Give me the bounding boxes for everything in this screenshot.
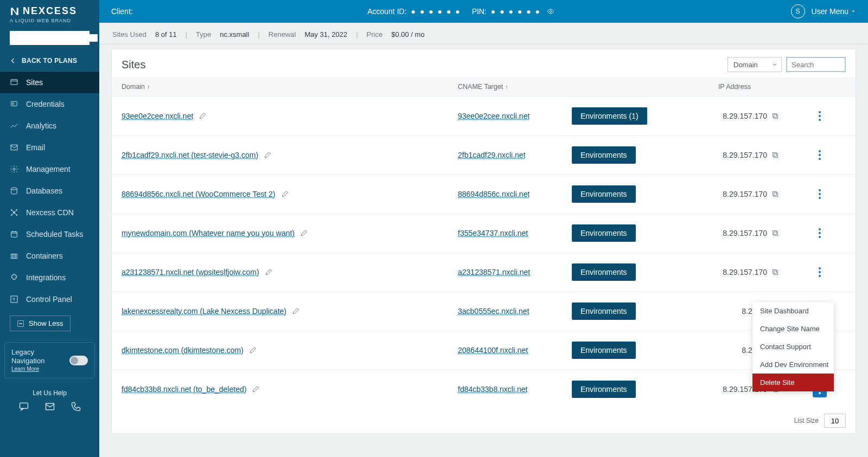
control-panel-icon [10,295,18,304]
panel-search[interactable] [786,57,846,72]
domain-link[interactable]: lakenexcessrealty.com (Lake Nexcess Dupl… [122,307,286,316]
environments-button[interactable]: Environments [572,381,636,398]
edit-icon[interactable] [265,268,273,276]
cname-link[interactable]: f355e34737.nxcli.net [458,229,528,237]
plan-meta-bar: Sites Used 8 of 11 | Type nc.xsmall | Re… [99,23,868,44]
svg-line-16 [11,213,14,215]
environments-button[interactable]: Environments (1) [572,107,647,125]
renewal-label: Renewal [269,30,296,38]
edit-icon[interactable] [292,307,300,315]
table-row: fd84cb33b8.nxcli.net (to_be_deleted)fd84… [112,369,856,408]
row-actions-button[interactable] [813,264,827,280]
brand-logo: NEXCESS A LIQUID WEB BRAND [0,0,99,27]
sidebar-item-integrations[interactable]: Integrations [0,267,99,288]
svg-point-7 [13,168,15,170]
sidebar-item-databases[interactable]: Databases [0,180,99,202]
menu-add-dev-env[interactable]: Add Dev Environment [752,356,834,374]
sidebar-item-email[interactable]: Email [0,137,99,158]
cname-link[interactable]: 3acb0555ec.nxcli.net [458,307,529,316]
avatar[interactable]: S [791,4,805,18]
svg-rect-37 [773,191,776,195]
sidebar-search-input[interactable] [10,34,98,42]
row-actions-button[interactable] [813,225,827,241]
sidebar-item-analytics[interactable]: Analytics [0,115,99,137]
sort-arrow-icon: ↑ [505,83,508,90]
sidebar-item-control-panel[interactable]: Control Panel [0,288,99,310]
svg-line-14 [11,210,14,213]
cname-link[interactable]: 88694d856c.nxcli.net [458,190,529,198]
environments-button[interactable]: Environments [572,146,636,164]
cname-link[interactable]: a231238571.nxcli.net [458,268,530,276]
sidebar-item-label: Analytics [26,121,56,130]
eye-icon[interactable] [545,8,556,15]
logo-icon [10,7,20,16]
menu-site-dashboard[interactable]: Site Dashboard [752,302,834,320]
price-label: Price [367,30,383,38]
sidebar-item-label: Integrations [26,273,66,282]
legacy-nav-title: Legacy Navigation [11,348,66,365]
copy-icon[interactable] [771,229,779,237]
sidebar-item-sites[interactable]: Sites [0,72,99,93]
chat-icon[interactable] [18,401,29,412]
user-menu[interactable]: User Menu [812,7,856,16]
domain-link[interactable]: fd84cb33b8.nxcli.net (to_be_deleted) [122,385,246,394]
edit-icon[interactable] [281,190,289,198]
sidebar-search[interactable] [10,31,90,45]
edit-icon[interactable] [249,346,257,354]
environments-button[interactable]: Environments [572,263,636,281]
edit-icon[interactable] [199,112,207,120]
pin-label: PIN: [472,7,487,16]
row-actions-button[interactable] [813,108,827,124]
show-less-button[interactable]: Show Less [10,316,71,331]
panel-search-input[interactable] [792,58,840,71]
sidebar-item-label: Control Panel [26,295,72,304]
copy-icon[interactable] [771,151,779,159]
header-ip[interactable]: IP Address [675,83,794,91]
domain-link[interactable]: 2fb1cadf29.nxcli.net (test-stevie-g3.com… [122,151,258,159]
environments-button[interactable]: Environments [572,224,636,242]
phone-icon[interactable] [71,401,81,412]
caret-down-icon [851,9,856,14]
edit-icon[interactable] [300,229,308,237]
pin-masked: ● ● ● ● ● ● [491,7,541,16]
table-row: dkimtestone.com (dkimtestone.com)2086441… [112,330,856,369]
domain-link[interactable]: 93ee0e2cee.nxcli.net [122,112,193,120]
legacy-toggle[interactable] [69,356,88,365]
filter-select[interactable]: Domain [727,57,782,72]
list-size-input[interactable] [824,414,846,428]
sidebar-item-credentials[interactable]: Credentials [0,93,99,115]
back-to-plans[interactable]: BACK TO PLANS [0,50,99,72]
domain-link[interactable]: a231238571.nxcli.net (wpsiteslfjoiw.com) [122,268,259,276]
environments-button[interactable]: Environments [572,185,636,203]
sidebar-item-scheduled[interactable]: Scheduled Tasks [0,223,99,245]
row-actions-button[interactable] [813,147,827,163]
domain-link[interactable]: 88694d856c.nxcli.net (WooCommerce Test 2… [122,190,276,198]
sidebar-item-label: Databases [26,186,62,195]
sidebar-item-management[interactable]: Management [0,158,99,180]
menu-delete-site[interactable]: Delete Site [752,374,834,391]
copy-icon[interactable] [771,268,779,276]
sidebar-item-cdn[interactable]: Nexcess CDN [0,202,99,223]
legacy-learn-more-link[interactable]: Learn More [11,366,66,372]
cname-link[interactable]: 93ee0e2cee.nxcli.net [458,112,529,120]
cname-link[interactable]: 2fb1cadf29.nxcli.net [458,151,526,159]
menu-change-site-name[interactable]: Change Site Name [752,320,834,338]
cname-link[interactable]: 208644100f.nxcli.net [458,346,528,355]
environments-button[interactable]: Environments [572,342,636,359]
row-actions-button[interactable] [813,186,827,202]
edit-icon[interactable] [264,151,272,159]
menu-contact-support[interactable]: Contact Support [752,338,834,356]
copy-icon[interactable] [771,190,779,198]
sidebar-item-containers[interactable]: Containers [0,245,99,267]
copy-icon[interactable] [771,112,779,120]
domain-link[interactable]: dkimtestone.com (dkimtestone.com) [122,346,244,355]
header-cname[interactable]: CNAME Target↑ [458,83,572,91]
domain-link[interactable]: mynewdomain.com (Whatever name you you w… [122,229,295,237]
environments-button[interactable]: Environments [572,302,636,320]
ip-address: 8.29.157.170 [723,229,767,237]
mail-icon[interactable] [44,401,55,412]
edit-icon[interactable] [252,385,260,393]
table-row: 93ee0e2cee.nxcli.net93ee0e2cee.nxcli.net… [112,96,856,135]
header-domain[interactable]: Domain↑ [122,83,458,91]
cname-link[interactable]: fd84cb33b8.nxcli.net [458,385,527,394]
